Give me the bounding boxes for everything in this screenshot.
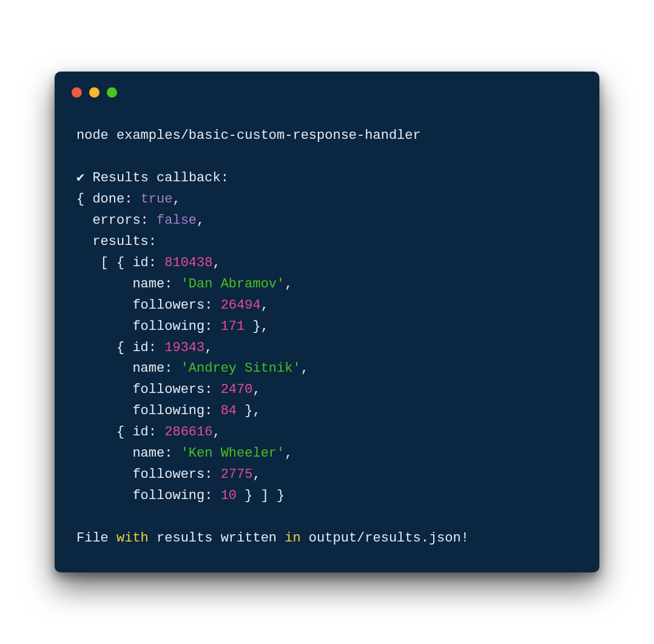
result-following: 84 bbox=[221, 403, 237, 418]
minimize-icon[interactable] bbox=[89, 87, 99, 98]
result-name-key: name: bbox=[76, 446, 181, 461]
output-file-line: File bbox=[76, 531, 116, 546]
command-line: node examples/basic-custom-response-hand… bbox=[76, 128, 421, 143]
punct: , bbox=[285, 446, 292, 461]
result-followers-key: followers: bbox=[76, 298, 221, 313]
result-id: 286616 bbox=[164, 424, 212, 440]
errors-value: false bbox=[157, 213, 197, 228]
punct: }, bbox=[237, 403, 261, 418]
terminal-output: node examples/basic-custom-response-hand… bbox=[55, 98, 599, 549]
punct: , bbox=[212, 255, 220, 270]
errors-key: errors: bbox=[76, 213, 157, 228]
punct: , bbox=[172, 192, 180, 207]
callback-label: Results callback: bbox=[84, 170, 229, 186]
punct: , bbox=[204, 340, 212, 355]
result-row: [ { id: bbox=[76, 255, 164, 270]
punct: , bbox=[301, 361, 309, 376]
done-value: true bbox=[141, 192, 173, 207]
result-followers: 2470 bbox=[221, 382, 253, 397]
result-followers-key: followers: bbox=[76, 467, 221, 482]
punct: }, bbox=[244, 319, 269, 334]
results-key: results: bbox=[76, 234, 157, 249]
result-row: { id: bbox=[76, 340, 164, 355]
close-icon[interactable] bbox=[72, 87, 82, 98]
checkmark-icon: ✔ bbox=[76, 170, 84, 186]
result-following: 10 bbox=[221, 488, 237, 503]
result-name: 'Andrey Sitnik' bbox=[181, 361, 301, 376]
terminal-window: node examples/basic-custom-response-hand… bbox=[55, 72, 599, 572]
result-id: 19343 bbox=[164, 340, 204, 355]
result-following-key: following: bbox=[76, 319, 221, 334]
result-followers: 2775 bbox=[221, 467, 253, 482]
result-id: 810438 bbox=[164, 255, 212, 270]
result-row: { id: bbox=[76, 424, 164, 440]
output-file-line: output/results.json! bbox=[301, 531, 469, 546]
punct: , bbox=[261, 298, 269, 313]
result-name-key: name: bbox=[76, 277, 181, 292]
window-traffic-lights bbox=[55, 72, 599, 98]
punct: , bbox=[252, 467, 260, 482]
keyword-with: with bbox=[116, 531, 149, 546]
punct: , bbox=[285, 277, 292, 292]
obj-open: { done: bbox=[76, 192, 141, 207]
result-followers: 26494 bbox=[221, 298, 261, 313]
result-following-key: following: bbox=[76, 403, 221, 418]
keyword-in: in bbox=[285, 531, 300, 546]
result-following-key: following: bbox=[76, 488, 221, 503]
result-name-key: name: bbox=[76, 361, 181, 376]
output-file-line: results written bbox=[149, 531, 285, 546]
result-following: 171 bbox=[221, 319, 245, 334]
result-followers-key: followers: bbox=[76, 382, 221, 397]
result-name: 'Dan Abramov' bbox=[181, 277, 285, 292]
punct: , bbox=[197, 213, 204, 228]
punct: } ] } bbox=[237, 488, 285, 503]
punct: , bbox=[212, 424, 220, 440]
punct: , bbox=[252, 382, 260, 397]
result-name: 'Ken Wheeler' bbox=[181, 446, 285, 461]
zoom-icon[interactable] bbox=[107, 87, 117, 98]
